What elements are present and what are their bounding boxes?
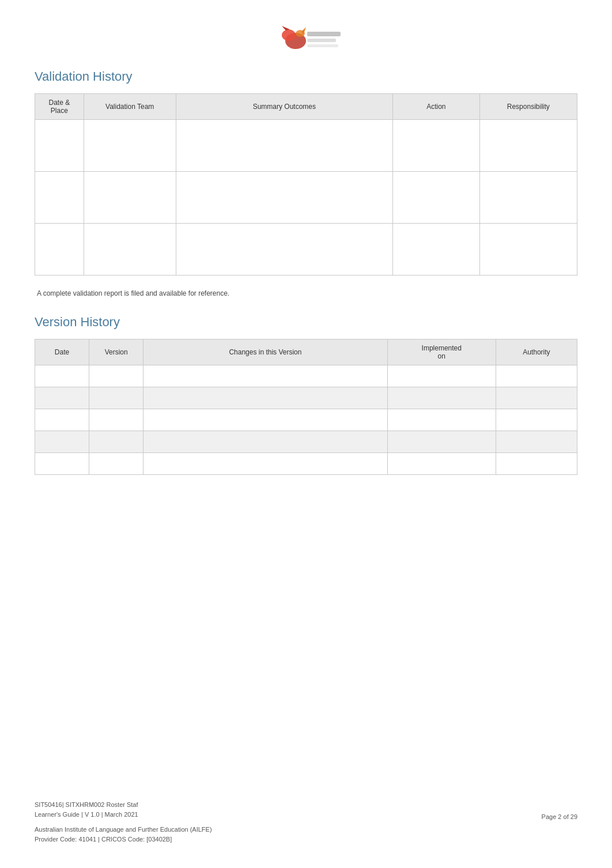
- page: Validation History Date &Place Validatio…: [0, 0, 612, 868]
- table-cell: [35, 409, 89, 431]
- th-date: Date: [35, 339, 89, 365]
- th-implemented: Implementedon: [387, 339, 496, 365]
- table-row: [35, 120, 577, 172]
- table-cell: [176, 224, 392, 276]
- table-row: [35, 453, 577, 475]
- table-cell: [35, 120, 84, 172]
- svg-rect-5: [307, 32, 341, 36]
- table-cell: [496, 365, 577, 387]
- table-cell: [143, 409, 387, 431]
- footer-page-info: Page 2 of 29: [542, 813, 577, 820]
- footer-doc-line1: SIT50416| SITXHRM002 Roster Staf: [35, 800, 577, 810]
- table-row: [35, 172, 577, 224]
- table-cell: [393, 172, 480, 224]
- table-cell: [143, 365, 387, 387]
- table-cell: [387, 453, 496, 475]
- footer-institute-line2: Provider Code: 41041 | CRICOS Code: [034…: [35, 835, 577, 845]
- table-cell: [496, 387, 577, 409]
- table-cell: [84, 172, 176, 224]
- table-cell: [387, 409, 496, 431]
- table-cell: [387, 387, 496, 409]
- table-row: [35, 365, 577, 387]
- table-cell: [89, 387, 143, 409]
- table-cell: [35, 431, 89, 453]
- validation-history-table-wrapper: Date &Place Validation Team Summary Outc…: [35, 93, 577, 276]
- th-action: Action: [393, 94, 480, 120]
- table-cell: [89, 431, 143, 453]
- svg-point-1: [282, 29, 296, 41]
- table-cell: [143, 431, 387, 453]
- footer-institute: Australian Institute of Language and Fur…: [35, 825, 577, 845]
- table-row: [35, 387, 577, 409]
- version-history-table-wrapper: Date Version Changes in this Version Imp…: [35, 339, 577, 475]
- footer: SIT50416| SITXHRM002 Roster Staf Learner…: [35, 800, 577, 845]
- table-cell: [89, 453, 143, 475]
- table-row: [35, 431, 577, 453]
- version-history-table: Date Version Changes in this Version Imp…: [35, 339, 577, 475]
- table-cell: [387, 431, 496, 453]
- table-cell: [496, 453, 577, 475]
- footer-doc-info: SIT50416| SITXHRM002 Roster Staf Learner…: [35, 800, 577, 820]
- th-validation-team: Validation Team: [84, 94, 176, 120]
- footer-doc-line2: Learner's Guide | V 1.0 | March 2021: [35, 810, 577, 820]
- svg-rect-7: [307, 44, 338, 47]
- validation-history-title: Validation History: [35, 69, 577, 84]
- validation-history-table: Date &Place Validation Team Summary Outc…: [35, 93, 577, 276]
- table-cell: [35, 453, 89, 475]
- table-cell: [84, 120, 176, 172]
- table-cell: [393, 120, 480, 172]
- table-cell: [387, 365, 496, 387]
- table-cell: [35, 387, 89, 409]
- table-cell: [35, 365, 89, 387]
- table-cell: [393, 224, 480, 276]
- th-summary-outcomes: Summary Outcomes: [176, 94, 392, 120]
- th-changes: Changes in this Version: [143, 339, 387, 365]
- table-cell: [496, 409, 577, 431]
- table-cell: [35, 224, 84, 276]
- table-cell: [176, 172, 392, 224]
- table-cell: [84, 224, 176, 276]
- table-cell: [89, 365, 143, 387]
- table-cell: [89, 409, 143, 431]
- th-authority: Authority: [496, 339, 577, 365]
- table-cell: [479, 224, 577, 276]
- table-cell: [176, 120, 392, 172]
- table-row: [35, 409, 577, 431]
- table-cell: [479, 120, 577, 172]
- table-cell: [35, 172, 84, 224]
- th-date-place: Date &Place: [35, 94, 84, 120]
- th-version: Version: [89, 339, 143, 365]
- table-cell: [479, 172, 577, 224]
- table-row: [35, 224, 577, 276]
- validation-note: A complete validation report is filed an…: [35, 289, 577, 297]
- svg-rect-6: [307, 39, 336, 42]
- table-cell: [143, 453, 387, 475]
- logo-container: [35, 17, 577, 58]
- version-history-title: Version History: [35, 315, 577, 330]
- table-cell: [143, 387, 387, 409]
- table-cell: [496, 431, 577, 453]
- th-responsibility: Responsibility: [479, 94, 577, 120]
- logo: [266, 17, 346, 58]
- footer-institute-line1: Australian Institute of Language and Fur…: [35, 825, 577, 835]
